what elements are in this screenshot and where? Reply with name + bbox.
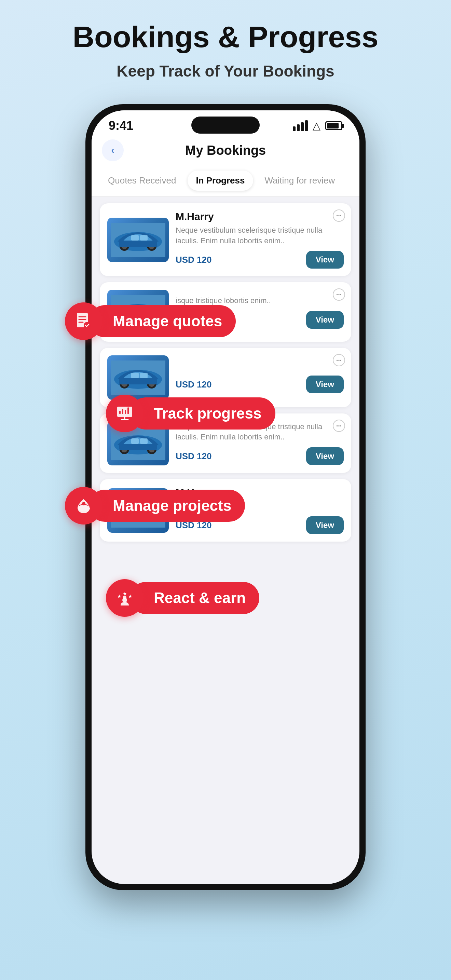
view-button[interactable]: View xyxy=(306,516,344,534)
react-earn-badge: ★ ★ ★ React & earn xyxy=(106,579,259,617)
wifi-icon: △ xyxy=(313,119,321,132)
booking-card: ··· M.Harry Neque vestibulum scelerisque… xyxy=(100,203,351,277)
view-button[interactable]: View xyxy=(306,251,344,269)
view-button[interactable]: View xyxy=(306,311,344,329)
react-earn-icon: ★ ★ ★ xyxy=(106,579,143,617)
card-footer: USD 120 View xyxy=(176,375,344,393)
svg-rect-7 xyxy=(131,235,139,240)
svg-text:★: ★ xyxy=(123,591,127,596)
view-button[interactable]: View xyxy=(306,447,344,465)
app-header: ‹ My Bookings xyxy=(92,136,359,165)
dynamic-island xyxy=(191,116,260,134)
tab-quotes-received[interactable]: Quotes Received xyxy=(100,170,184,191)
manage-quotes-badge: Manage quotes xyxy=(65,302,236,340)
manage-quotes-label: Manage quotes xyxy=(89,305,236,337)
view-button[interactable]: View xyxy=(306,375,344,393)
svg-rect-24 xyxy=(119,378,157,384)
track-progress-label: Track progress xyxy=(130,398,275,430)
manage-projects-badge: Manage projects xyxy=(65,487,245,525)
manage-quotes-icon xyxy=(65,302,103,340)
svg-rect-34 xyxy=(131,438,139,444)
card-price: USD 120 xyxy=(176,451,212,461)
manage-projects-label: Manage projects xyxy=(89,490,245,522)
car-image xyxy=(107,218,169,262)
card-description: Neque vestibulum scelerisque tristique n… xyxy=(176,225,344,247)
card-content: ··· M.Harry Neque vestibulum scelerisque… xyxy=(176,211,344,269)
svg-rect-35 xyxy=(140,438,148,444)
status-bar: 9:41 △ xyxy=(92,110,359,136)
more-icon[interactable]: ··· xyxy=(333,210,345,222)
page-title: Bookings & Progress xyxy=(73,21,379,54)
tab-waiting-review[interactable]: Waiting for review xyxy=(257,170,343,191)
svg-point-58 xyxy=(82,502,86,505)
svg-point-49 xyxy=(84,322,91,329)
svg-text:★: ★ xyxy=(128,593,133,599)
track-progress-icon xyxy=(106,395,143,432)
svg-rect-26 xyxy=(140,373,148,378)
more-icon[interactable]: ··· xyxy=(333,354,345,366)
card-footer: USD 120 View xyxy=(176,447,344,465)
battery-icon xyxy=(325,121,342,130)
phone-mockup: 9:41 △ ‹ My Bookings Quotes Received In … xyxy=(86,104,365,890)
svg-rect-6 xyxy=(119,240,157,247)
svg-point-63 xyxy=(123,596,126,599)
back-button[interactable]: ‹ xyxy=(102,139,124,161)
react-earn-label: React & earn xyxy=(130,582,259,614)
status-time: 9:41 xyxy=(109,119,133,133)
svg-text:★: ★ xyxy=(117,593,122,599)
svg-rect-8 xyxy=(140,235,148,240)
status-icons: △ xyxy=(293,119,342,132)
header-title: My Bookings xyxy=(185,143,266,158)
signal-icon xyxy=(293,120,308,131)
card-price: USD 120 xyxy=(176,255,212,265)
page-subtitle: Keep Track of Your Bookings xyxy=(116,62,334,80)
card-name: M.Harry xyxy=(176,211,344,223)
svg-rect-25 xyxy=(131,373,139,378)
svg-rect-33 xyxy=(119,444,157,450)
track-progress-badge: Track progress xyxy=(106,395,275,432)
tab-bar: Quotes Received In Progress Waiting for … xyxy=(92,165,359,196)
car-image xyxy=(107,355,169,400)
card-price: USD 120 xyxy=(176,379,212,390)
card-footer: USD 120 View xyxy=(176,251,344,269)
tab-in-progress[interactable]: In Progress xyxy=(187,170,253,191)
manage-projects-icon xyxy=(65,487,103,525)
card-content: ··· USD 120 View xyxy=(176,362,344,393)
